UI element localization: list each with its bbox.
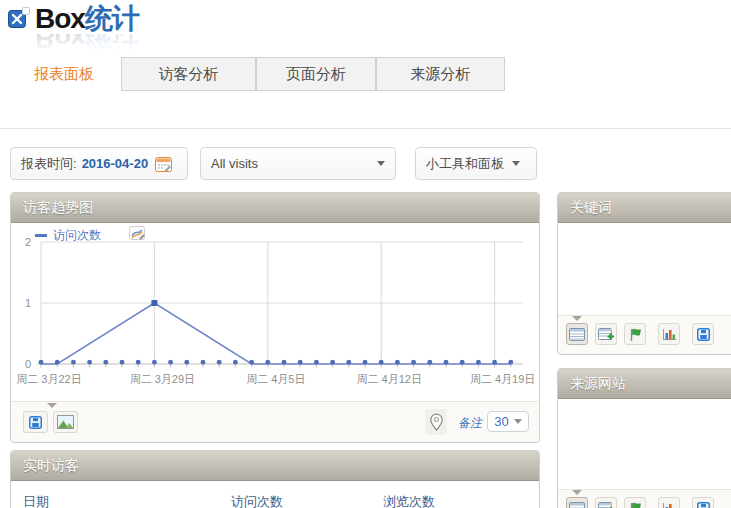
bar-chart-icon[interactable] (658, 497, 680, 508)
segment-selector-button[interactable]: All visits (200, 147, 396, 180)
realtime-visitors-widget: 实时访客 日期 访问次数 浏览次数 (10, 450, 540, 508)
calendar-icon (155, 156, 172, 172)
bar-chart-icon[interactable] (658, 323, 680, 345)
export-save-icon[interactable] (23, 411, 48, 433)
map-pin-icon (429, 413, 444, 432)
export-save-icon[interactable] (692, 323, 714, 345)
view-switcher-row (566, 497, 714, 508)
table-plus-icon[interactable] (595, 497, 617, 508)
column-header-visits: 访问次数 (231, 493, 283, 508)
view-switcher-row (566, 323, 714, 345)
visitor-trend-widget: 访客趋势图 访问次数 012周二 3月22日周二 3月29日周二 4月5日周二 … (10, 192, 540, 443)
date-label: 报表时间: (21, 155, 77, 173)
realtime-widget-body: 日期 访问次数 浏览次数 (11, 481, 539, 508)
table-view-icon[interactable] (566, 497, 588, 508)
brand-reflection: Box统计 (35, 34, 139, 52)
referrers-widget-title[interactable]: 来源网站 (558, 369, 731, 399)
svg-text:周二 3月29日: 周二 3月29日 (130, 373, 195, 385)
widgets-menu-button[interactable]: 小工具和面板 (415, 147, 537, 180)
visitor-trend-widget-body: 访问次数 012周二 3月22日周二 3月29日周二 4月5日周二 4月12日周… (11, 223, 539, 442)
main-nav-tabs: 报表面板 访客分析 页面分析 来源分析 (8, 57, 505, 91)
visits-line-chart[interactable]: 012周二 3月22日周二 3月29日周二 4月5日周二 4月12日周二 4月1… (11, 231, 541, 406)
brand-title: Box统计 (35, 5, 139, 33)
svg-text:周二 4月19日: 周二 4月19日 (470, 373, 535, 385)
tab-referrers[interactable]: 来源分析 (376, 57, 505, 91)
keywords-widget-body (558, 223, 731, 354)
svg-text:2: 2 (25, 236, 31, 248)
svg-text:周二 4月5日: 周二 4月5日 (246, 373, 305, 385)
column-header-date: 日期 (23, 493, 49, 508)
caret-down-icon (512, 161, 520, 166)
segment-value: All visits (211, 156, 258, 171)
widgets-menu-label: 小工具和面板 (426, 155, 504, 173)
caret-down-icon (377, 161, 385, 166)
header-divider (0, 128, 731, 129)
keywords-widget: 关键词 (557, 192, 731, 355)
export-image-icon[interactable] (53, 411, 78, 433)
flag-icon[interactable] (624, 323, 646, 345)
tab-dashboard[interactable]: 报表面板 (8, 57, 120, 91)
column-header-pageviews: 浏览次数 (383, 493, 435, 508)
keywords-widget-title[interactable]: 关键词 (558, 193, 731, 223)
caret-down-icon (514, 419, 522, 424)
referrers-widget-footer (558, 489, 731, 508)
table-view-icon[interactable] (566, 323, 588, 345)
box-logo-icon (8, 7, 30, 33)
row-limit-select[interactable]: 30 (487, 411, 529, 432)
annotations-pin-button[interactable] (425, 409, 447, 435)
export-save-icon[interactable] (692, 497, 714, 508)
row-limit-value: 30 (494, 414, 508, 429)
table-plus-icon[interactable] (595, 323, 617, 345)
brand-title-cn: 统计 (85, 3, 139, 34)
flag-icon[interactable] (624, 497, 646, 508)
date-value: 2016-04-20 (82, 156, 149, 171)
brand: Box统计 (8, 5, 139, 33)
collapse-triangle-icon[interactable] (572, 490, 582, 495)
referrer-websites-widget: 来源网站 (557, 368, 731, 508)
trend-widget-footer: 备注 30 (11, 401, 539, 442)
collapse-triangle-icon[interactable] (47, 403, 57, 408)
date-selector-button[interactable]: 报表时间: 2016-04-20 (10, 147, 188, 180)
analytics-dashboard-page: Box统计 Box统计 报表面板 访客分析 页面分析 来源分析 报表时间: 20… (0, 0, 731, 508)
keywords-widget-footer (558, 315, 731, 354)
svg-text:周二 4月12日: 周二 4月12日 (356, 373, 421, 385)
brand-title-latin: Box (35, 3, 85, 34)
svg-text:1: 1 (25, 297, 31, 309)
collapse-triangle-icon[interactable] (572, 316, 582, 321)
referrers-widget-body (558, 399, 731, 508)
svg-text:周二 3月22日: 周二 3月22日 (16, 373, 81, 385)
realtime-widget-title[interactable]: 实时访客 (11, 451, 539, 481)
visitor-trend-widget-title[interactable]: 访客趋势图 (11, 193, 539, 223)
tab-visitors[interactable]: 访客分析 (121, 57, 256, 91)
tab-pages[interactable]: 页面分析 (256, 57, 376, 91)
annotations-link[interactable]: 备注 (458, 415, 482, 432)
svg-text:0: 0 (25, 358, 31, 370)
